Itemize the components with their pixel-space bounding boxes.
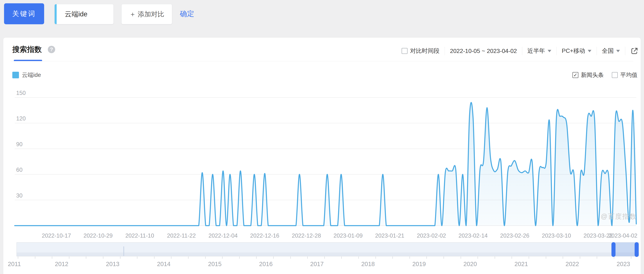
timeline-year-label: 2018 xyxy=(361,260,374,268)
timeline-tick xyxy=(614,256,614,259)
timeline-tick xyxy=(461,256,461,259)
timeline-year-label: 2016 xyxy=(259,260,272,268)
external-link-icon[interactable] xyxy=(630,47,638,55)
x-tick-label: 2022-12-16 xyxy=(250,232,279,239)
x-tick-label: 2022-11-22 xyxy=(167,232,196,239)
timeline-tick xyxy=(273,256,274,259)
keyword-button[interactable]: 关键词 xyxy=(4,3,44,24)
timeline-tick xyxy=(69,256,69,259)
average-toggle[interactable]: 平均值 xyxy=(612,71,638,79)
news-headlines-label: 新闻头条 xyxy=(581,71,604,79)
search-index-card: 搜索指数 ? 对比时间段 2022-10-05 ~ 2023-04-02 近半年… xyxy=(3,38,641,274)
compare-period-label: 对比时间段 xyxy=(410,47,440,55)
timeline-tick xyxy=(188,256,188,259)
region-dropdown[interactable]: 全国 xyxy=(602,47,620,55)
x-tick-label: 2023-02-14 xyxy=(458,232,488,239)
timeline-tick xyxy=(154,256,154,259)
average-checkbox[interactable] xyxy=(612,72,618,78)
timeline-tick xyxy=(529,256,529,259)
x-tick-label: 2022-12-28 xyxy=(292,232,321,239)
timeline-tick xyxy=(444,256,444,259)
timeline-tick xyxy=(478,256,478,259)
date-range[interactable]: 2022-10-05 ~ 2023-04-02 xyxy=(450,48,517,54)
timeline-year-label: 2021 xyxy=(514,260,528,268)
timeline-tick xyxy=(597,256,597,259)
timeline-tick xyxy=(563,256,563,259)
timeline-tick xyxy=(222,256,222,259)
series-legend-label: 云端ide xyxy=(22,71,41,79)
timeline-tick xyxy=(410,256,410,259)
legend-toggles: ✓ 新闻头条 平均值 xyxy=(572,71,638,79)
help-icon[interactable]: ? xyxy=(48,46,55,53)
timeline-tick xyxy=(290,256,291,259)
timeline-tick xyxy=(580,256,580,259)
keyword-input[interactable] xyxy=(57,4,114,24)
timeline-year-label: 2020 xyxy=(464,260,477,268)
device-dropdown[interactable]: PC+移动 xyxy=(562,47,592,55)
compare-period-checkbox[interactable] xyxy=(402,48,408,54)
timeline-year-label: 2022 xyxy=(566,260,579,268)
timeline-tick xyxy=(171,256,172,259)
period-dropdown-label: 近半年 xyxy=(528,47,545,55)
legend-row: 云端ide ✓ 新闻头条 平均值 xyxy=(3,71,641,80)
series-swatch-icon xyxy=(12,72,19,78)
timeline-tick xyxy=(392,256,393,259)
add-compare-button[interactable]: ＋ 添加对比 xyxy=(121,4,172,24)
timeline-tick xyxy=(341,256,342,259)
timeline-tick xyxy=(376,256,376,259)
timeline-tick xyxy=(205,256,206,259)
timeline-tick xyxy=(120,256,120,259)
timeline-year-label: 2017 xyxy=(310,260,324,268)
timeline-tick xyxy=(52,256,52,259)
timeline-tick xyxy=(512,256,512,259)
timeline-right-handle[interactable] xyxy=(634,242,639,257)
search-index-chart: 3060901201502022-10-172022-10-292022-11-… xyxy=(3,84,641,242)
timeline-year-label: 2015 xyxy=(208,260,222,268)
y-tick-label: 120 xyxy=(16,115,26,122)
timeline-slider[interactable] xyxy=(16,242,639,256)
news-headlines-toggle[interactable]: ✓ 新闻头条 xyxy=(572,71,604,79)
timeline-year-label: 2019 xyxy=(412,260,426,268)
divider xyxy=(522,47,522,55)
average-label: 平均值 xyxy=(620,71,638,79)
timeline-tick xyxy=(86,256,86,259)
chevron-down-icon xyxy=(548,50,551,52)
x-tick-label: 2023-03-10 xyxy=(542,232,571,239)
y-tick-label: 150 xyxy=(16,90,26,96)
timeline-ticks xyxy=(16,256,639,259)
timeline-year-label: 2014 xyxy=(157,260,170,268)
x-tick-label: 2023-02-26 xyxy=(500,232,530,239)
timeline-left-handle[interactable] xyxy=(612,242,616,257)
keyword-input-box[interactable] xyxy=(54,4,114,24)
timeline-tick xyxy=(256,256,256,259)
device-dropdown-label: PC+移动 xyxy=(562,47,585,55)
divider xyxy=(625,47,625,55)
timeline-year-label: 2013 xyxy=(106,260,119,268)
timeline-tick xyxy=(35,256,35,259)
compare-period-toggle[interactable]: 对比时间段 xyxy=(402,47,440,55)
timeline-mini-spike xyxy=(124,246,124,256)
timeline-selection[interactable] xyxy=(614,242,637,256)
timeline-year-label: 2011 xyxy=(8,260,21,268)
keyword-toolbar: 关键词 ＋ 添加对比 确定 xyxy=(0,0,644,37)
series-area xyxy=(15,102,636,226)
x-tick-label: 2023-01-21 xyxy=(375,232,404,239)
timeline-tick xyxy=(239,256,240,259)
timeline-tick xyxy=(324,256,325,259)
timeline-tick xyxy=(495,256,495,259)
watermark: @百度指数 xyxy=(600,212,637,221)
tab-search-index[interactable]: 搜索指数 xyxy=(12,44,42,54)
x-tick-label: 2023-04-02 xyxy=(608,232,638,239)
timeline-year-labels: 2011201220132014201520162017201820192020… xyxy=(3,260,641,269)
timeline-tick xyxy=(137,256,137,259)
timeline-tick xyxy=(631,256,631,259)
news-headlines-checkbox[interactable]: ✓ xyxy=(572,72,578,78)
y-tick-label: 30 xyxy=(16,192,22,199)
y-tick-label: 60 xyxy=(16,166,22,173)
timeline-tick xyxy=(307,256,308,259)
x-tick-label: 2023-02-02 xyxy=(417,232,446,239)
period-dropdown[interactable]: 近半年 xyxy=(528,47,551,55)
series-legend[interactable]: 云端ide xyxy=(12,71,41,79)
divider xyxy=(556,47,557,55)
confirm-link[interactable]: 确定 xyxy=(180,9,194,19)
